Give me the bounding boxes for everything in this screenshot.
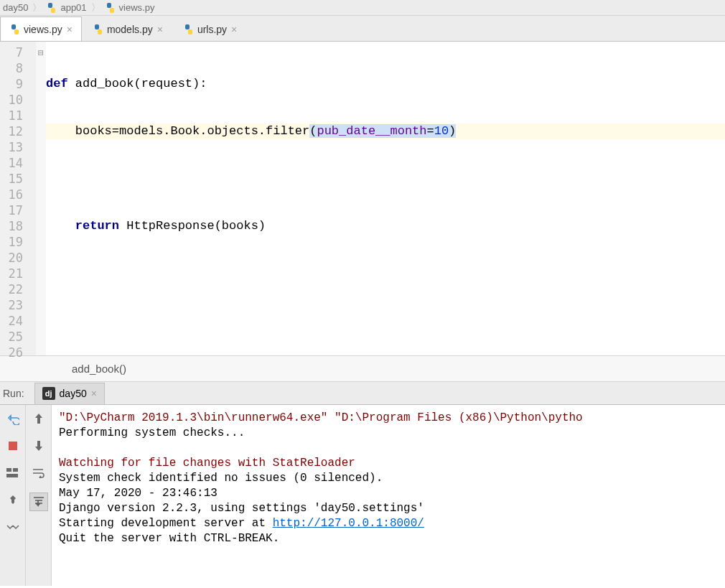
line-number: 23 — [0, 297, 36, 313]
console-line: "D:\PyCharm 2019.1.3\bin\runnerw64.exe" … — [59, 411, 583, 424]
python-file-icon — [105, 2, 116, 14]
rerun-icon[interactable] — [5, 411, 21, 426]
line-number: 26 — [0, 345, 36, 360]
line-number: 20 — [0, 250, 36, 266]
more-icon[interactable] — [5, 520, 21, 536]
editor-breadcrumb-text: add_book() — [72, 363, 126, 375]
python-file-icon — [93, 24, 104, 35]
highlighted-line: books=models.Book.objects.filter(pub_dat… — [46, 123, 725, 139]
line-number: 22 — [0, 281, 36, 297]
python-file-icon — [46, 2, 57, 14]
down-arrow-icon[interactable] — [31, 438, 47, 454]
run-tab-label: day50 — [60, 388, 87, 399]
server-url-link[interactable]: http://127.0.0.1:8000/ — [273, 517, 424, 530]
code-text: HttpResponse(books) — [126, 219, 266, 233]
svg-rect-12 — [13, 468, 18, 472]
line-number: 7 — [0, 45, 36, 60]
tab-label: views.py — [24, 24, 62, 35]
code-text: books=models.Book.objects.filter — [46, 124, 309, 138]
keyword-arg: pub_date__month — [317, 124, 426, 138]
run-toolwindow-body: "D:\PyCharm 2019.1.3\bin\runnerw64.exe" … — [0, 405, 725, 586]
line-number: 24 — [0, 313, 36, 329]
matched-brace: ) — [449, 124, 456, 138]
console-line: Quit the server with CTRL-BREAK. — [59, 532, 279, 545]
editor-tabbar: views.py × models.py × urls.py × — [0, 16, 725, 42]
line-number: 14 — [0, 155, 36, 171]
line-number: 10 — [0, 92, 36, 108]
python-file-icon — [183, 24, 195, 35]
svg-rect-3 — [110, 8, 114, 13]
svg-rect-6 — [95, 24, 99, 29]
console-output[interactable]: "D:\PyCharm 2019.1.3\bin\runnerw64.exe" … — [52, 405, 725, 586]
fold-toggle-icon[interactable]: ⊟ — [38, 47, 44, 58]
run-toolwindow-header: Run: dj day50 × — [0, 382, 725, 405]
tab-models-py[interactable]: models.py × — [83, 17, 172, 41]
line-number: 15 — [0, 171, 36, 187]
matched-brace: ( — [309, 124, 317, 138]
function-name: add_book — [75, 77, 134, 90]
svg-rect-9 — [188, 29, 192, 34]
line-number: 11 — [0, 108, 36, 123]
line-number: 12 — [0, 123, 36, 139]
line-number: 25 — [0, 329, 36, 345]
svg-rect-4 — [11, 24, 16, 29]
breadcrumb-seg[interactable]: day50 — [3, 2, 28, 13]
console-line: System check identified no issues (0 sil… — [59, 472, 383, 485]
scroll-to-end-icon[interactable] — [29, 493, 48, 511]
run-label: Run: — [0, 388, 32, 399]
svg-rect-11 — [6, 468, 11, 472]
line-number: 9 — [0, 76, 36, 92]
breadcrumb-seg[interactable]: views.py — [119, 2, 155, 13]
number-literal: 10 — [434, 124, 449, 138]
code-area[interactable]: def add_book(request): books=models.Book… — [46, 42, 725, 355]
svg-rect-8 — [185, 24, 190, 29]
layout-icon[interactable] — [5, 465, 21, 481]
editor-breadcrumb[interactable]: add_book() — [0, 356, 725, 382]
console-line: Performing system checks... — [59, 426, 245, 439]
svg-rect-7 — [98, 29, 102, 34]
console-line: Starting development server at — [59, 517, 273, 530]
svg-rect-2 — [107, 3, 111, 8]
svg-rect-0 — [48, 3, 52, 8]
keyword-def: def — [46, 77, 68, 90]
stop-icon[interactable] — [5, 438, 21, 454]
svg-rect-1 — [51, 8, 55, 13]
tab-label: models.py — [107, 24, 153, 35]
console-line: Django version 2.2.3, using settings 'da… — [59, 502, 424, 515]
fold-gutter: ⊟ — [36, 42, 46, 355]
run-toolbar-col1 — [0, 405, 26, 586]
line-number: 13 — [0, 139, 36, 155]
line-gutter: 7891011121314151617181920212223242526 — [0, 42, 36, 355]
close-icon[interactable]: × — [157, 24, 163, 35]
line-number: 19 — [0, 234, 36, 250]
django-icon: dj — [42, 387, 55, 400]
line-number: 18 — [0, 218, 36, 234]
close-icon[interactable]: × — [231, 24, 237, 35]
line-number: 8 — [0, 60, 36, 76]
tab-urls-py[interactable]: urls.py × — [174, 17, 246, 41]
close-icon[interactable]: × — [67, 24, 72, 35]
line-number: 21 — [0, 266, 36, 281]
tab-views-py[interactable]: views.py × — [0, 17, 82, 41]
svg-rect-5 — [14, 29, 19, 34]
breadcrumb: day50 〉 app01 〉 views.py — [0, 0, 725, 16]
keyword-return: return — [75, 219, 119, 233]
pin-icon[interactable] — [5, 493, 21, 508]
console-line: May 17, 2020 - 23:46:13 — [59, 487, 218, 500]
chevron-right-icon: 〉 — [32, 1, 42, 14]
line-number: 17 — [0, 202, 36, 218]
up-arrow-icon[interactable] — [31, 411, 47, 426]
tab-label: urls.py — [197, 24, 227, 35]
line-number: 16 — [0, 187, 36, 202]
run-toolbar-col2 — [26, 405, 52, 586]
chevron-right-icon: 〉 — [91, 1, 100, 14]
console-line: Watching for file changes with StatReloa… — [59, 457, 355, 470]
editor: 7891011121314151617181920212223242526 ⊟ … — [0, 42, 725, 356]
run-tab-day50[interactable]: dj day50 × — [34, 383, 105, 404]
soft-wrap-icon[interactable] — [31, 465, 47, 481]
svg-rect-10 — [9, 442, 17, 450]
python-file-icon — [9, 24, 21, 35]
close-icon[interactable]: × — [91, 388, 97, 399]
breadcrumb-seg[interactable]: app01 — [60, 2, 86, 13]
svg-rect-13 — [6, 474, 18, 477]
